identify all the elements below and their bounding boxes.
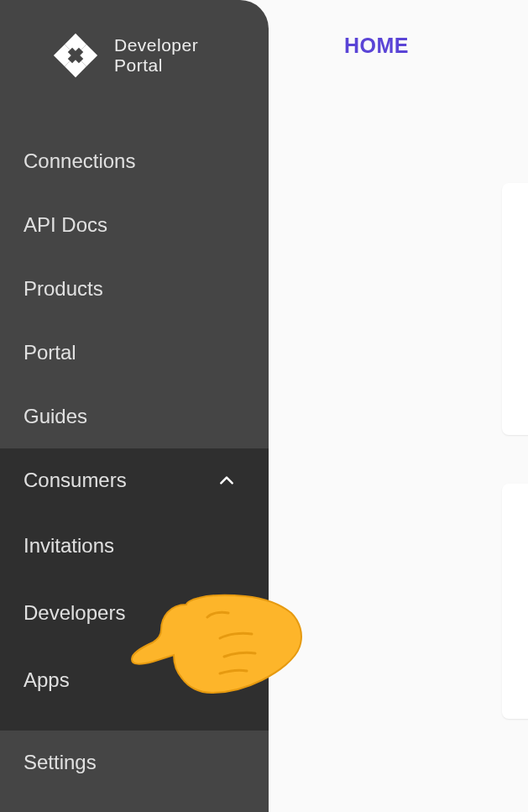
sidebar-item-portal[interactable]: Portal <box>0 321 269 385</box>
logo-diamond-icon <box>52 32 99 79</box>
logo-line2: Portal <box>114 55 198 76</box>
sidebar-item-connections[interactable]: Connections <box>0 129 269 193</box>
sidebar-subitem-apps[interactable]: Apps <box>0 647 269 714</box>
sidebar-item-label: API Docs <box>24 213 107 237</box>
sidebar-subitem-developers[interactable]: Developers <box>0 579 269 647</box>
main-content: HOME <box>269 0 528 812</box>
sidebar-item-consumers[interactable]: Consumers <box>0 448 269 512</box>
logo[interactable]: Developer Portal <box>0 0 269 79</box>
logo-text: Developer Portal <box>114 35 198 76</box>
sidebar-item-label: Products <box>24 277 103 301</box>
sidebar-item-label: Portal <box>24 341 76 364</box>
content-card <box>502 183 528 435</box>
sidebar-item-label: Connections <box>24 149 135 173</box>
nav-home[interactable]: HOME <box>344 34 409 57</box>
logo-line1: Developer <box>114 35 198 55</box>
sidebar-nav: Connections API Docs Products Portal Gui… <box>0 129 269 794</box>
sidebar-item-products[interactable]: Products <box>0 257 269 321</box>
sidebar-item-api-docs[interactable]: API Docs <box>0 193 269 257</box>
sidebar-item-guides[interactable]: Guides <box>0 385 269 448</box>
topnav: HOME <box>269 0 528 58</box>
sidebar-subitem-invitations[interactable]: Invitations <box>0 512 269 579</box>
sidebar-item-label: Developers <box>24 601 125 625</box>
sidebar-item-label: Apps <box>24 668 70 692</box>
sidebar-item-label: Invitations <box>24 534 114 558</box>
content-card <box>502 484 528 719</box>
sidebar-item-label: Settings <box>24 751 97 774</box>
sidebar: Developer Portal Connections API Docs Pr… <box>0 0 269 812</box>
consumers-subnav: Invitations Developers Apps <box>0 512 269 731</box>
sidebar-item-label: Consumers <box>24 469 127 492</box>
sidebar-item-label: Guides <box>24 405 87 428</box>
chevron-up-icon <box>218 472 235 489</box>
sidebar-item-settings[interactable]: Settings <box>0 731 269 794</box>
